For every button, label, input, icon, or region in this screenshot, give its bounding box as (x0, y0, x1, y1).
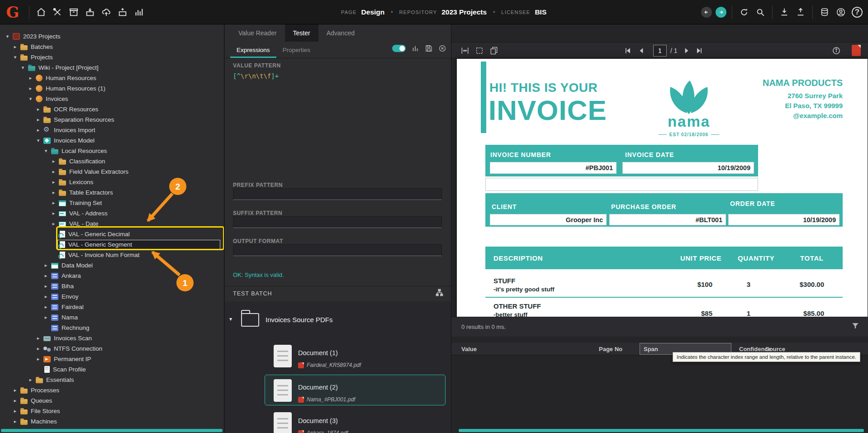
tree-item[interactable]: VAL - Invoice Num Format (0, 250, 224, 260)
expander-closed-icon[interactable]: ▸ (27, 377, 34, 383)
expander-closed-icon[interactable]: ▸ (34, 335, 42, 341)
tree-item[interactable]: ▾2023 Projects (0, 31, 224, 42)
expander-closed-icon[interactable]: ▸ (50, 158, 57, 164)
search-icon[interactable] (752, 4, 768, 20)
tree-item[interactable]: ▸Processes (0, 385, 224, 395)
tree-item[interactable]: ▸VAL - Date (0, 219, 224, 229)
prev-page-icon[interactable] (636, 45, 647, 56)
tree-item[interactable]: ▾Projects (0, 52, 224, 62)
expander-closed-icon[interactable]: ▸ (34, 106, 42, 112)
tree-item[interactable]: ▸Essentials (0, 375, 224, 385)
back-icon[interactable] (701, 7, 712, 18)
tab-value-reader[interactable]: Value Reader (230, 24, 285, 42)
tree-item[interactable]: ▸Envoy (0, 291, 224, 302)
expander-open-icon[interactable]: ▾ (4, 33, 11, 39)
suffix-pattern-input[interactable] (233, 216, 442, 228)
tab-advanced[interactable]: Advanced (318, 24, 363, 42)
close-icon[interactable] (438, 44, 446, 52)
invoice-document-page[interactable]: HI! THIS IS YOUR INVOICE nama EST 02/18/… (457, 59, 868, 317)
expander-closed-icon[interactable]: ▸ (34, 346, 42, 352)
columns-icon[interactable] (411, 44, 419, 52)
tree-item[interactable]: ▸Batches (0, 42, 224, 52)
tree-item[interactable]: ▸Ankara (0, 271, 224, 281)
refresh-icon[interactable] (736, 4, 752, 20)
tree-item[interactable]: Scan Profile (0, 364, 224, 375)
expander-open-icon[interactable]: ▾ (27, 96, 34, 102)
tree-item[interactable]: ▸Lexicons (0, 177, 224, 187)
tools-icon[interactable] (49, 4, 66, 20)
batch-hierarchy-icon[interactable] (435, 288, 444, 299)
tree-horizontal-scrollbar[interactable] (1, 429, 223, 432)
filter-icon[interactable] (851, 321, 860, 332)
expander-closed-icon[interactable]: ▸ (27, 86, 34, 91)
home-icon[interactable] (33, 4, 49, 20)
fit-width-icon[interactable] (460, 45, 470, 56)
tree-item[interactable]: ▸Permanent IP (0, 354, 224, 364)
tree-item[interactable]: ▸Human Resources (0, 73, 224, 83)
prefix-pattern-input[interactable] (233, 188, 442, 200)
document-title[interactable]: Document (1) (298, 349, 338, 357)
tree-item[interactable]: ▾Wiki - Project [Project] (0, 62, 224, 73)
batch-folder-label[interactable]: Invoices Source PDFs (266, 316, 332, 324)
copy-icon[interactable] (489, 45, 499, 56)
tree-item[interactable]: ▸Nama (0, 312, 224, 323)
cloud-upload-icon[interactable] (98, 4, 114, 20)
tree-item[interactable]: ▸Machines (0, 416, 224, 427)
next-page-icon[interactable] (681, 45, 692, 56)
tree-item[interactable]: ▸Human Resources (1) (0, 83, 224, 94)
breadcrumb-value[interactable]: 2023 Projects (441, 8, 487, 16)
help-icon[interactable]: ? (849, 4, 865, 20)
tree-item[interactable]: ▸OCR Resources (0, 104, 224, 114)
breadcrumb-value[interactable]: Design (361, 8, 385, 16)
expander-closed-icon[interactable]: ▸ (50, 169, 57, 175)
expander-open-icon[interactable]: ▾ (11, 54, 19, 60)
expander-closed-icon[interactable]: ▸ (34, 356, 42, 362)
download-icon[interactable] (776, 4, 792, 20)
info-icon[interactable] (831, 45, 842, 56)
stats-icon[interactable] (131, 4, 147, 20)
results-column-value[interactable]: Value (461, 343, 477, 355)
expander-closed-icon[interactable]: ▸ (42, 283, 50, 289)
upload-icon[interactable] (792, 4, 809, 20)
expander-closed-icon[interactable]: ▸ (27, 75, 34, 81)
tree-item[interactable]: ▸Invoices Import (0, 125, 224, 135)
expander-open-icon[interactable]: ▾ (19, 65, 27, 71)
tree-item[interactable]: ▸Separation Resources (0, 114, 224, 125)
grooper-logo[interactable]: G (0, 0, 25, 24)
expander-closed-icon[interactable]: ▸ (11, 419, 19, 424)
expander-closed-icon[interactable]: ▸ (42, 294, 50, 300)
expander-closed-icon[interactable]: ▸ (50, 200, 57, 206)
document-title[interactable]: Document (3) (298, 417, 338, 424)
dashed-select-icon[interactable] (474, 45, 485, 56)
tree-item[interactable]: ▸Table Extractors (0, 187, 224, 198)
archive-icon[interactable] (66, 4, 82, 20)
tree-item[interactable]: ▾Local Resources (0, 146, 224, 156)
expander-closed-icon[interactable]: ▸ (50, 190, 57, 195)
expander-closed-icon[interactable]: ▸ (42, 304, 50, 310)
tree-item[interactable]: VAL - Generic Segment (0, 239, 224, 250)
expander-open-icon[interactable]: ▾ (34, 138, 42, 143)
expander-closed-icon[interactable]: ▸ (11, 398, 19, 404)
value-pattern-input[interactable]: [^\r\n\t\f]+ (233, 72, 279, 80)
expander-closed-icon[interactable]: ▸ (42, 273, 50, 279)
expander-closed-icon[interactable]: ▸ (50, 210, 57, 216)
output-format-input[interactable] (233, 244, 442, 256)
tree-item[interactable]: ▸Biha (0, 281, 224, 291)
tree-item[interactable]: ▸NTFS Connection (0, 343, 224, 354)
tree-item[interactable]: ▸VAL - Address (0, 208, 224, 219)
subtab-expressions[interactable]: Expressions (230, 42, 276, 58)
database-icon[interactable] (816, 4, 833, 20)
forward-icon[interactable] (716, 7, 726, 18)
subtab-properties[interactable]: Properties (276, 42, 317, 58)
tree-item[interactable]: Rechnung (0, 323, 224, 333)
last-page-icon[interactable] (694, 45, 705, 56)
expander-closed-icon[interactable]: ▸ (34, 117, 42, 123)
page-number-input[interactable]: 1 (653, 45, 667, 57)
expander-closed-icon[interactable]: ▸ (42, 314, 50, 320)
tree-item[interactable]: ▸Data Model (0, 260, 224, 271)
tab-tester[interactable]: Tester (285, 24, 318, 42)
expander-closed-icon[interactable]: ▸ (42, 262, 50, 268)
user-icon[interactable] (833, 4, 849, 20)
expander-closed-icon[interactable]: ▸ (50, 179, 57, 185)
viewer-horizontal-scrollbar[interactable] (459, 429, 864, 432)
